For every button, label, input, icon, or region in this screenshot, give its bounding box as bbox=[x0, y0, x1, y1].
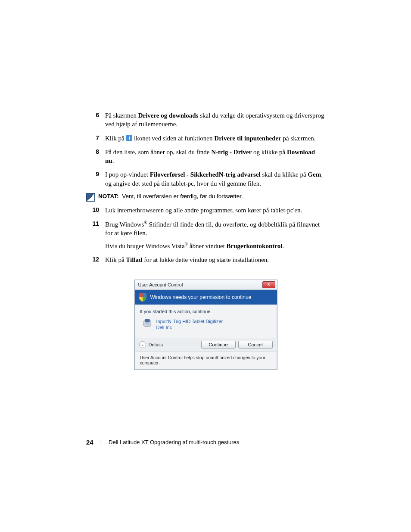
step-number: 12 bbox=[86, 255, 105, 264]
text: På skærmen bbox=[105, 112, 138, 119]
uac-button-row: ⌄ Details Continue Cancel bbox=[135, 338, 277, 352]
cancel-button[interactable]: Cancel bbox=[238, 341, 273, 348]
text-bold: Drivere og downloads bbox=[138, 112, 199, 119]
uac-banner: Windows needs your permission to continu… bbox=[135, 290, 277, 305]
step-body: Brug Windows® Stifinder til finde den fi… bbox=[105, 220, 325, 250]
page-number: 24 bbox=[86, 439, 93, 446]
step-number: 6 bbox=[86, 111, 105, 129]
text: Brug Windows bbox=[105, 221, 144, 228]
uac-footer-text: User Account Control helps stop unauthor… bbox=[135, 352, 277, 370]
text: åbner vinduet bbox=[188, 243, 227, 249]
text: Vent, til overførslen er færdig, før du … bbox=[121, 193, 243, 199]
chevron-down-icon[interactable]: ⌄ bbox=[139, 341, 146, 348]
step-body: Klik på ikonet ved siden af funktionen D… bbox=[105, 134, 325, 143]
details-button[interactable]: Details bbox=[149, 342, 163, 347]
step-extra: Hvis du bruger Windows Vista® åbner vind… bbox=[105, 241, 325, 250]
uac-title: User Account Control bbox=[138, 282, 183, 287]
svg-rect-1 bbox=[145, 319, 149, 322]
uac-titlebar: User Account Control x bbox=[135, 280, 277, 290]
note-text: NOTAT: Vent, til overførslen er færdig, … bbox=[98, 193, 243, 199]
footer-title: Dell Latitude XT Opgradering af multi-to… bbox=[109, 439, 239, 445]
note-row: NOTAT: Vent, til overførslen er færdig, … bbox=[86, 193, 325, 202]
step-6: 6 På skærmen Drivere og downloads skal d… bbox=[86, 111, 325, 129]
installer-icon bbox=[143, 318, 152, 328]
page-content: 6 På skærmen Drivere og downloads skal d… bbox=[86, 111, 325, 370]
text-bold: Gem bbox=[308, 171, 321, 178]
step-body: På skærmen Drivere og downloads skal du … bbox=[105, 111, 325, 129]
step-number: 10 bbox=[86, 206, 105, 215]
step-number: 9 bbox=[86, 170, 105, 188]
uac-app-line1: Input:N-Trig HID Tablet Digitizer bbox=[156, 318, 223, 324]
plus-icon bbox=[126, 135, 132, 141]
step-number: 7 bbox=[86, 134, 105, 143]
text: Klik på bbox=[105, 135, 126, 142]
text: På den liste, som åbner op, skal du find… bbox=[105, 149, 211, 156]
note-icon bbox=[86, 193, 95, 202]
text-bold: N-trig advarsel bbox=[219, 171, 261, 178]
uac-app-row: Input:N-Trig HID Tablet Digitizer Dell I… bbox=[140, 317, 272, 335]
uac-subline: If you started this action, continue. bbox=[140, 309, 272, 314]
text: Klik på bbox=[105, 256, 126, 263]
uac-banner-text: Windows needs your permission to continu… bbox=[150, 294, 252, 300]
step-12: 12 Klik på Tillad for at lukke dette vin… bbox=[86, 255, 325, 264]
step-body: I pop op-vinduet Filoverførsel - Sikkerh… bbox=[105, 170, 325, 188]
step-10: 10 Luk internetbrowseren og alle andre p… bbox=[86, 206, 325, 215]
shield-icon bbox=[138, 292, 147, 302]
text-bold: Tillad bbox=[126, 256, 142, 263]
uac-app-text: Input:N-Trig HID Tablet Digitizer Dell I… bbox=[156, 318, 223, 331]
continue-button[interactable]: Continue bbox=[201, 341, 236, 348]
text: for at lukke dette vindue og starte inst… bbox=[142, 256, 269, 263]
text: I pop op-vinduet bbox=[105, 171, 150, 178]
step-body: Luk internetbrowseren og alle andre prog… bbox=[105, 206, 325, 215]
uac-dialog: User Account Control x Windows needs you… bbox=[134, 280, 277, 370]
text-bold: Brugerkontokontrol bbox=[227, 243, 283, 249]
text: skal du klikke på bbox=[261, 171, 308, 178]
uac-body: If you started this action, continue. In… bbox=[135, 305, 277, 338]
step-number: 11 bbox=[86, 220, 105, 250]
step-9: 9 I pop op-vinduet Filoverførsel - Sikke… bbox=[86, 170, 325, 188]
page-footer: 24 | Dell Latitude XT Opgradering af mul… bbox=[86, 439, 239, 446]
text: og klikke på bbox=[252, 149, 287, 156]
text-bold: Filoverførsel - Sikkerhed bbox=[150, 171, 219, 178]
step-8: 8 På den liste, som åbner op, skal du fi… bbox=[86, 148, 325, 165]
text-bold: N-trig - Driver bbox=[211, 149, 252, 156]
footer-separator: | bbox=[100, 439, 102, 445]
close-button[interactable]: x bbox=[262, 281, 275, 288]
step-number: 8 bbox=[86, 148, 105, 165]
text: . bbox=[112, 157, 114, 164]
step-7: 7 Klik på ikonet ved siden af funktionen… bbox=[86, 134, 325, 143]
text: på skærmen. bbox=[281, 135, 316, 142]
text: ikonet ved siden af funktionen bbox=[132, 135, 214, 142]
step-body: Klik på Tillad for at lukke dette vindue… bbox=[105, 255, 325, 264]
text: . bbox=[282, 243, 284, 249]
registered-mark: ® bbox=[144, 220, 147, 225]
text: Hvis du bruger Windows Vista bbox=[105, 243, 185, 249]
uac-app-line2: Dell Inc bbox=[156, 324, 223, 330]
text-bold: Drivere til inputenheder bbox=[214, 135, 281, 142]
step-11: 11 Brug Windows® Stifinder til finde den… bbox=[86, 220, 325, 250]
step-body: På den liste, som åbner op, skal du find… bbox=[105, 148, 325, 165]
note-label: NOTAT: bbox=[98, 193, 119, 199]
registered-mark: ® bbox=[185, 242, 188, 246]
